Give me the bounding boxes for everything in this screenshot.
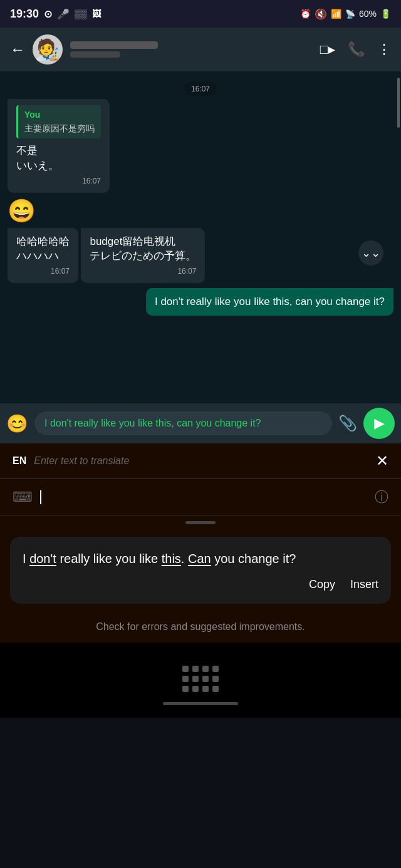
emoji-message: 😄 — [8, 198, 393, 224]
message-bubble-received-quoted: You 主要原因不是穷吗 不是いいえ。 16:07 — [8, 99, 110, 193]
scrollbar[interactable] — [397, 78, 400, 128]
quoted-message: You 主要原因不是穷吗 — [16, 105, 101, 138]
insert-button[interactable]: Insert — [350, 578, 378, 591]
suggestion-text: I don't really like you like this. Can y… — [23, 549, 378, 568]
contact-name — [70, 41, 158, 49]
underline-dont: don't — [29, 552, 56, 566]
quote-author: You — [24, 109, 95, 121]
drag-pill — [185, 521, 216, 524]
text-cursor — [40, 490, 41, 504]
emoji-icon: 😄 — [8, 198, 393, 224]
mic-status-icon: 🎤 — [57, 8, 70, 20]
message-bubble-sent-wrap: I don't really like you like this, can y… — [8, 288, 393, 316]
suggestion-box: I don't really like you like this. Can y… — [10, 537, 391, 604]
message-time: 16:07 — [90, 266, 196, 277]
header-action-icons: □▸ 📞 ⋮ — [320, 41, 391, 58]
contact-info — [70, 41, 313, 58]
message-bubble-received-haha: 哈哈哈哈哈ハハハハ 16:07 — [8, 228, 78, 283]
translation-panel: EN Enter text to translate ✕ ⌨ ⓘ I don't… — [0, 443, 401, 643]
warning-icon: ⓘ — [375, 488, 388, 507]
message-bubble-sent: I don't really like you like this, can y… — [146, 288, 393, 316]
status-bar: 19:30 ⊙ 🎤 ▒▒ 🖼 ⏰ 🔇 📶 📡 60% 🔋 — [0, 0, 401, 28]
time-badge-label: 16:07 — [185, 82, 216, 96]
back-button[interactable]: ← — [10, 41, 25, 58]
translation-typing-area: ⌨ ⓘ — [0, 479, 401, 516]
more-options-icon[interactable]: ⋮ — [377, 41, 391, 58]
language-badge: EN — [13, 455, 26, 467]
send-button[interactable]: ▶ — [363, 408, 395, 439]
contact-avatar[interactable]: 🧑‍🎨 — [33, 34, 63, 65]
emoji-picker-button[interactable]: 😊 — [6, 413, 28, 434]
chat-area: 16:07 You 主要原因不是穷吗 不是いいえ。 16:07 😄 哈哈哈哈哈ハ… — [0, 71, 401, 403]
underline-can: Can — [188, 552, 211, 566]
wifi-icon: 📶 — [331, 9, 341, 19]
scroll-down-button[interactable]: ⌄⌄ — [358, 240, 383, 266]
signal-bars-icon: ▒▒ — [75, 9, 87, 19]
keyboard-icon: ⌨ — [13, 489, 33, 505]
translation-input-placeholder[interactable]: Enter text to translate — [34, 455, 368, 467]
quote-text: 主要原因不是穷吗 — [24, 123, 95, 135]
chat-header: ← 🧑‍🎨 □▸ 📞 ⋮ — [0, 28, 401, 71]
underline-this: this — [162, 552, 181, 566]
message-text: I don't really like you like this, can y… — [155, 294, 385, 309]
video-call-icon[interactable]: □▸ — [320, 41, 335, 58]
signal-icon: 📡 — [345, 9, 355, 19]
message-time: 16:07 — [16, 266, 70, 277]
status-right: ⏰ 🔇 📶 📡 60% 🔋 — [300, 8, 391, 20]
message-time: 16:07 — [16, 176, 101, 187]
translation-close-button[interactable]: ✕ — [376, 452, 388, 470]
camera-status-icon: ⊙ — [44, 8, 52, 20]
bottom-area — [0, 643, 401, 718]
message-bubble-received-budget: budget留给电视机テレビのための予算。 16:07 — [81, 228, 205, 283]
error-hint-text: Check for errors and suggested improveme… — [96, 621, 305, 632]
contact-status — [70, 51, 120, 58]
translation-header: EN Enter text to translate ✕ — [0, 443, 401, 479]
message-text: 哈哈哈哈哈ハハハハ — [16, 234, 70, 264]
time-badge: 16:07 — [8, 83, 393, 94]
keyboard-dots-icon[interactable] — [182, 666, 219, 692]
message-input-bar: 😊 I don't really like you like this, can… — [0, 403, 401, 443]
attach-button[interactable]: 📎 — [338, 415, 357, 432]
error-hint: Check for errors and suggested improveme… — [0, 611, 401, 643]
message-input-wrap[interactable]: I don't really like you like this, can y… — [34, 411, 332, 435]
mute-icon: 🔇 — [315, 8, 327, 20]
copy-button[interactable]: Copy — [309, 578, 335, 591]
status-left: 19:30 ⊙ 🎤 ▒▒ 🖼 — [10, 8, 101, 21]
battery-icon: 🔋 — [380, 9, 391, 19]
message-text: 不是いいえ。 — [16, 143, 101, 173]
battery-percent: 60% — [359, 9, 377, 19]
status-time: 19:30 — [10, 8, 39, 21]
voice-call-icon[interactable]: 📞 — [348, 41, 365, 58]
home-indicator — [163, 702, 238, 705]
photo-icon: 🖼 — [92, 9, 101, 19]
messages-container: 16:07 You 主要原因不是穷吗 不是いいえ。 16:07 😄 哈哈哈哈哈ハ… — [8, 83, 393, 316]
message-input-text[interactable]: I don't really like you like this, can y… — [44, 418, 322, 429]
drag-handle[interactable] — [0, 516, 401, 529]
suggestion-actions: Copy Insert — [23, 578, 378, 591]
message-text: budget留给电视机テレビのための予算。 — [90, 234, 196, 264]
alarm-icon: ⏰ — [300, 9, 311, 19]
